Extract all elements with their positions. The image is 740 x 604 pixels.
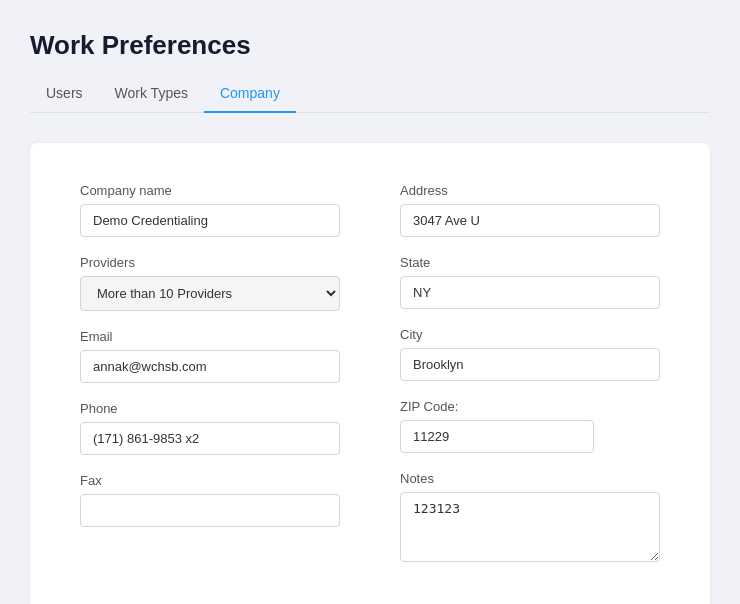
tab-work-types[interactable]: Work Types <box>99 77 204 113</box>
phone-label: Phone <box>80 401 340 416</box>
email-input[interactable] <box>80 350 340 383</box>
state-input[interactable] <box>400 276 660 309</box>
fax-input[interactable] <box>80 494 340 527</box>
fax-group: Fax <box>80 473 340 527</box>
zip-group: ZIP Code: <box>400 399 660 453</box>
city-input[interactable] <box>400 348 660 381</box>
providers-select[interactable]: 1-5 Providers 6-10 Providers More than 1… <box>80 276 340 311</box>
state-label: State <box>400 255 660 270</box>
form-grid: Company name Providers 1-5 Providers 6-1… <box>80 183 660 583</box>
email-group: Email <box>80 329 340 383</box>
fax-label: Fax <box>80 473 340 488</box>
address-input[interactable] <box>400 204 660 237</box>
providers-label: Providers <box>80 255 340 270</box>
form-left-column: Company name Providers 1-5 Providers 6-1… <box>80 183 340 583</box>
tabs-bar: Users Work Types Company <box>30 77 710 113</box>
tab-company[interactable]: Company <box>204 77 296 113</box>
phone-group: Phone <box>80 401 340 455</box>
city-label: City <box>400 327 660 342</box>
notes-label: Notes <box>400 471 660 486</box>
phone-input[interactable] <box>80 422 340 455</box>
providers-group: Providers 1-5 Providers 6-10 Providers M… <box>80 255 340 311</box>
state-group: State <box>400 255 660 309</box>
email-label: Email <box>80 329 340 344</box>
tab-users[interactable]: Users <box>30 77 99 113</box>
page-title: Work Preferences <box>30 30 710 61</box>
city-group: City <box>400 327 660 381</box>
content-card: Company name Providers 1-5 Providers 6-1… <box>30 143 710 604</box>
company-name-label: Company name <box>80 183 340 198</box>
address-label: Address <box>400 183 660 198</box>
notes-group: Notes 123123 <box>400 471 660 565</box>
form-right-column: Address State City ZIP Code: Notes <box>400 183 660 583</box>
address-group: Address <box>400 183 660 237</box>
zip-label: ZIP Code: <box>400 399 660 414</box>
notes-textarea[interactable]: 123123 <box>400 492 660 562</box>
zip-input[interactable] <box>400 420 594 453</box>
company-name-input[interactable] <box>80 204 340 237</box>
company-name-group: Company name <box>80 183 340 237</box>
